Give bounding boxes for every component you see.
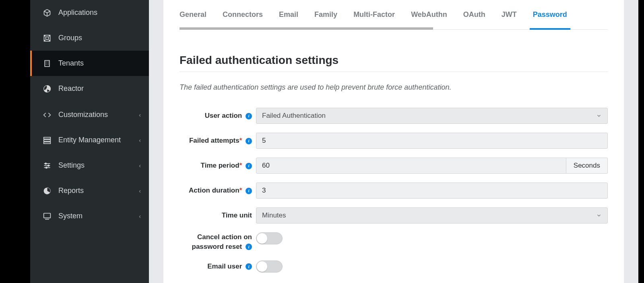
action-duration-label: Action duration* i — [180, 186, 256, 195]
svg-point-6 — [49, 40, 50, 41]
tab-connectors[interactable]: Connectors — [223, 0, 263, 29]
svg-point-15 — [46, 88, 47, 89]
sidebar-item-entity-management[interactable]: Entity Management ‹ — [30, 127, 149, 153]
sidebar-item-system[interactable]: System ‹ — [30, 203, 149, 229]
tab-family[interactable]: Family — [314, 0, 337, 29]
sidebar-item-tenants[interactable]: Tenants — [30, 51, 149, 76]
code-icon — [42, 110, 52, 120]
time-unit-label: Time unit — [180, 211, 256, 220]
tab-general[interactable]: General — [180, 0, 206, 29]
monitor-icon — [42, 211, 52, 221]
svg-point-26 — [46, 167, 47, 168]
chevron-left-icon: ‹ — [139, 213, 141, 219]
tab-password[interactable]: Password — [533, 0, 567, 29]
section-title: Failed authentication settings — [180, 54, 608, 72]
cancel-on-reset-label: Cancel action on password reset i — [180, 232, 256, 252]
info-icon[interactable]: i — [246, 113, 252, 119]
tab-email[interactable]: Email — [279, 0, 298, 29]
svg-rect-7 — [45, 60, 50, 66]
sidebar-item-label: Reactor — [58, 84, 141, 93]
svg-rect-27 — [44, 213, 51, 218]
sidebar: Applications Groups Tenants Reactor Cust… — [30, 0, 149, 283]
svg-point-24 — [45, 163, 46, 164]
failed-attempts-label: Failed attempts* i — [180, 136, 256, 146]
svg-rect-2 — [46, 37, 49, 39]
piechart-icon — [42, 186, 52, 196]
groups-icon — [42, 33, 52, 43]
building-icon — [42, 59, 52, 68]
sidebar-item-label: Entity Management — [58, 136, 139, 144]
radiation-icon — [42, 84, 52, 94]
failed-attempts-input[interactable]: 5 — [256, 133, 608, 149]
chevron-left-icon: ‹ — [139, 162, 141, 169]
chevron-left-icon: ‹ — [139, 188, 141, 194]
sidebar-item-label: System — [58, 212, 139, 220]
chevron-left-icon: ‹ — [139, 137, 141, 144]
sidebar-item-label: Tenants — [58, 59, 141, 68]
chevron-down-icon — [596, 113, 602, 119]
tab-oauth[interactable]: OAuth — [463, 0, 485, 29]
sidebar-item-customizations[interactable]: Customizations ‹ — [30, 102, 149, 127]
sidebar-item-label: Reports — [58, 187, 139, 195]
cancel-on-reset-toggle[interactable] — [256, 232, 283, 244]
info-icon[interactable]: i — [246, 138, 252, 144]
svg-point-4 — [49, 35, 50, 36]
tab-multi-factor[interactable]: Multi-Factor — [353, 0, 395, 29]
sidebar-item-groups[interactable]: Groups — [30, 25, 149, 51]
info-icon[interactable]: i — [246, 163, 252, 169]
user-action-label: User action i — [180, 111, 256, 121]
tab-webauthn[interactable]: WebAuthn — [411, 0, 447, 29]
server-icon — [42, 135, 52, 145]
sidebar-item-reactor[interactable]: Reactor — [30, 76, 149, 101]
chevron-left-icon: ‹ — [139, 112, 141, 118]
sliders-icon — [42, 161, 52, 170]
settings-panel: General Connectors Email Family Multi-Fa… — [163, 0, 624, 283]
time-period-label: Time period* i — [180, 161, 256, 170]
info-icon[interactable]: i — [246, 244, 252, 250]
time-unit-select[interactable]: Minutes — [256, 207, 608, 224]
tab-jwt[interactable]: JWT — [502, 0, 517, 29]
sidebar-item-applications[interactable]: Applications — [30, 0, 149, 25]
sidebar-item-label: Groups — [58, 34, 141, 42]
time-period-unit: Seconds — [566, 158, 608, 174]
time-period-input[interactable]: 60 — [256, 158, 566, 174]
svg-rect-16 — [44, 137, 51, 139]
user-action-select[interactable]: Failed Authentication — [256, 108, 608, 124]
svg-rect-18 — [44, 142, 51, 144]
action-duration-input[interactable]: 3 — [256, 183, 608, 199]
chevron-down-icon — [596, 213, 602, 218]
email-user-toggle[interactable] — [256, 260, 283, 273]
svg-point-5 — [44, 40, 45, 41]
sidebar-item-settings[interactable]: Settings ‹ — [30, 153, 149, 178]
cube-icon — [42, 8, 52, 18]
section-description: The failed authentication settings are u… — [180, 83, 608, 92]
sidebar-item-label: Applications — [58, 8, 141, 17]
sidebar-item-reports[interactable]: Reports ‹ — [30, 178, 149, 203]
email-user-label: Email user i — [180, 262, 256, 271]
info-icon[interactable]: i — [246, 263, 252, 270]
svg-rect-17 — [44, 139, 51, 141]
sidebar-item-label: Customizations — [58, 111, 139, 119]
svg-point-3 — [44, 35, 45, 36]
info-icon[interactable]: i — [246, 188, 252, 194]
svg-point-25 — [48, 165, 49, 166]
tab-bar: General Connectors Email Family Multi-Fa… — [180, 0, 608, 30]
sidebar-item-label: Settings — [58, 161, 139, 170]
